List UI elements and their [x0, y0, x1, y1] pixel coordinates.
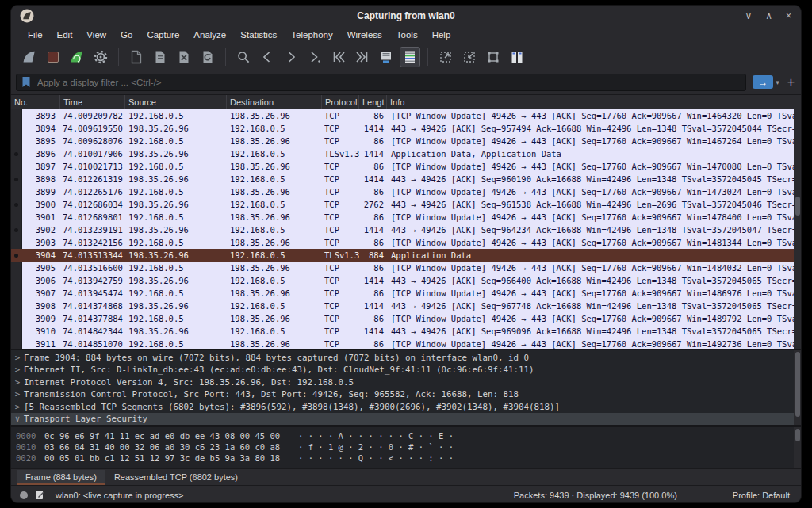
detail-row[interactable]: >[5 Reassembled TCP Segments (6802 bytes…: [11, 401, 801, 413]
normal-size-button[interactable]: [483, 47, 504, 67]
packet-list-scrollbar-thumb[interactable]: [795, 197, 800, 216]
start-capture-button[interactable]: [19, 47, 40, 67]
detail-row[interactable]: >Frame 3904: 884 bytes on wire (7072 bit…: [11, 352, 801, 364]
stop-capture-button[interactable]: [43, 47, 63, 67]
go-forward-button[interactable]: [281, 47, 301, 67]
title-bar[interactable]: Capturing from wlan0 ∨ ∧ ×: [11, 6, 801, 26]
capture-options-button[interactable]: [90, 47, 111, 67]
details-scrollbar[interactable]: [794, 350, 801, 425]
auto-scroll-button[interactable]: [376, 47, 396, 67]
menu-item-edit[interactable]: Edit: [50, 29, 80, 41]
go-back-button[interactable]: [257, 47, 278, 67]
packet-list-header: No.TimeSourceDestinationProtocolLengtInf…: [11, 94, 801, 109]
menu-item-help[interactable]: Help: [425, 29, 458, 41]
save-file-button[interactable]: [150, 47, 170, 67]
close-button[interactable]: ×: [786, 10, 791, 21]
hex-row[interactable]: 002000 05 01 bb c1 12 51 12 97 3c de b5 …: [11, 453, 801, 464]
detail-row[interactable]: ∨Transport Layer Security: [11, 413, 801, 425]
packet-length: 86: [359, 262, 387, 274]
bytes-scrollbar-thumb[interactable]: [795, 429, 800, 441]
zoom-out-button[interactable]: [459, 47, 480, 67]
menu-item-analyze[interactable]: Analyze: [186, 29, 233, 41]
open-file-button[interactable]: [126, 47, 147, 67]
tab-frame-bytes[interactable]: Frame (884 bytes): [17, 470, 105, 485]
minimize-button[interactable]: ∨: [745, 10, 752, 21]
filter-dropdown-caret-icon[interactable]: ▾: [776, 78, 779, 86]
column-header-info[interactable]: Info: [387, 95, 801, 109]
detail-row[interactable]: >Transmission Control Protocol, Src Port…: [11, 388, 801, 400]
apply-filter-button[interactable]: →: [753, 75, 773, 89]
packet-row[interactable]: 389674.010017906198.35.26.96192.168.0.5T…: [11, 147, 801, 160]
column-header-time[interactable]: Time: [60, 95, 125, 109]
expert-info-icon[interactable]: [19, 491, 29, 500]
go-first-button[interactable]: [328, 47, 349, 67]
detail-row[interactable]: >Ethernet II, Src: D-LinkIn_db:ee:43 (ec…: [11, 364, 801, 376]
packet-list-scrollbar[interactable]: [794, 109, 801, 349]
menu-item-statistics[interactable]: Statistics: [233, 29, 284, 41]
column-header-destination[interactable]: Destination: [227, 95, 322, 109]
packet-row[interactable]: 389774.010021713192.168.0.5198.35.26.96T…: [11, 160, 801, 173]
packet-row[interactable]: 390274.013239191198.35.26.96192.168.0.5T…: [11, 223, 801, 236]
packet-row[interactable]: 389474.009619550198.35.26.96192.168.0.5T…: [11, 122, 801, 135]
byte-view-tabs: Frame (884 bytes) Reassembled TCP (6802 …: [11, 468, 801, 485]
add-filter-button[interactable]: +: [787, 76, 795, 89]
packet-row[interactable]: 389374.009209782192.168.0.5198.35.26.96T…: [11, 109, 801, 122]
colorize-packets-button[interactable]: [400, 47, 420, 67]
menu-item-capture[interactable]: Capture: [140, 29, 186, 41]
details-scrollbar-thumb[interactable]: [795, 352, 800, 417]
column-header-lengt[interactable]: Lengt: [359, 95, 387, 109]
expand-chevron-icon[interactable]: ∨: [11, 413, 24, 425]
capture-comment-icon[interactable]: [35, 490, 44, 500]
maximize-button[interactable]: ∧: [765, 10, 772, 21]
packet-row[interactable]: 390674.013942759198.35.26.96192.168.0.5T…: [11, 274, 801, 287]
detail-row[interactable]: >Internet Protocol Version 4, Src: 198.3…: [11, 376, 801, 388]
resize-columns-button[interactable]: [507, 47, 527, 67]
menu-item-telephony[interactable]: Telephony: [284, 29, 339, 41]
expand-chevron-icon[interactable]: >: [11, 401, 24, 413]
packet-row[interactable]: 390774.013945474192.168.0.5198.35.26.96T…: [11, 287, 801, 300]
hex-row[interactable]: 001003 66 04 31 40 00 32 06 a0 30 c6 23 …: [11, 441, 801, 453]
packet-row[interactable]: 390174.012689801192.168.0.5198.35.26.96T…: [11, 211, 801, 223]
menu-item-file[interactable]: File: [21, 29, 50, 41]
expand-chevron-icon[interactable]: >: [11, 364, 24, 376]
menu-item-view[interactable]: View: [79, 29, 113, 41]
column-header-no[interactable]: No.: [11, 95, 60, 109]
tab-reassembled-tcp[interactable]: Reassembled TCP (6802 bytes): [106, 470, 246, 485]
packet-row[interactable]: 390574.013516600192.168.0.5198.35.26.96T…: [11, 262, 801, 274]
packet-row[interactable]: 389874.012261319198.35.26.96192.168.0.5T…: [11, 173, 801, 185]
go-to-packet-button[interactable]: [304, 47, 325, 67]
find-packet-button[interactable]: [233, 47, 254, 67]
main-toolbar: [11, 44, 801, 71]
related-packet-gutter: [11, 147, 22, 160]
packet-row[interactable]: 390374.013242156192.168.0.5198.35.26.96T…: [11, 236, 801, 249]
restart-capture-button[interactable]: [67, 47, 87, 67]
bytes-scrollbar[interactable]: [794, 427, 801, 468]
packet-row[interactable]: 391074.014842344198.35.26.96192.168.0.5T…: [11, 325, 801, 338]
expand-chevron-icon[interactable]: >: [11, 376, 24, 388]
expand-chevron-icon[interactable]: >: [11, 352, 24, 364]
zoom-in-button[interactable]: [435, 47, 456, 67]
go-last-button[interactable]: [352, 47, 373, 67]
menu-item-tools[interactable]: Tools: [389, 29, 425, 41]
profile-text[interactable]: Profile: Default: [733, 491, 790, 500]
hex-ascii: · · · · · · Q · · < · · · : · ·: [290, 453, 454, 464]
menu-item-go[interactable]: Go: [113, 29, 140, 41]
packet-row[interactable]: 389974.012265176192.168.0.5198.35.26.96T…: [11, 185, 801, 198]
packet-row[interactable]: 391174.014851070192.168.0.5198.35.26.96T…: [11, 338, 801, 349]
packet-row[interactable]: 389574.009628076192.168.0.5198.35.26.96T…: [11, 135, 801, 147]
display-filter-input[interactable]: [36, 77, 741, 88]
packet-row[interactable]: 390074.012686034198.35.26.96192.168.0.5T…: [11, 198, 801, 211]
reload-file-button[interactable]: [197, 47, 218, 67]
column-header-protocol[interactable]: Protocol: [322, 95, 359, 109]
packet-row[interactable]: 390474.013513344198.35.26.96192.168.0.5T…: [11, 249, 801, 262]
display-filter-field[interactable]: [16, 74, 746, 91]
column-header-source[interactable]: Source: [125, 95, 227, 109]
hex-row[interactable]: 00000c 96 e6 9f 41 11 ec ad e0 db ee 43 …: [11, 430, 801, 441]
packet-row[interactable]: 390974.014377884192.168.0.5198.35.26.96T…: [11, 312, 801, 325]
expand-chevron-icon[interactable]: >: [11, 388, 24, 400]
packet-no: 3893: [22, 109, 60, 122]
close-file-button[interactable]: [174, 47, 194, 67]
bookmark-icon[interactable]: [21, 76, 31, 88]
menu-item-wireless[interactable]: Wireless: [340, 29, 389, 41]
packet-row[interactable]: 390874.014374868198.35.26.96192.168.0.5T…: [11, 300, 801, 312]
